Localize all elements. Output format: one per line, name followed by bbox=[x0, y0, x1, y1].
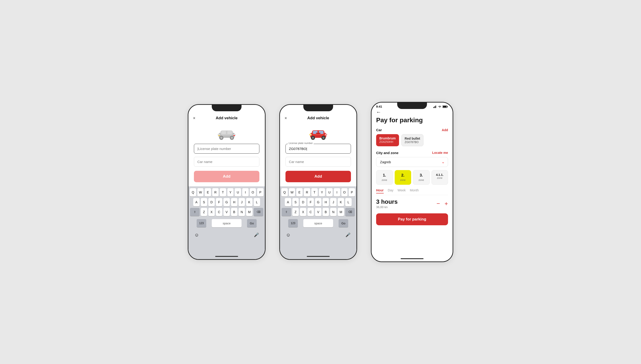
key2-r[interactable]: R bbox=[304, 188, 310, 196]
key2-d[interactable]: D bbox=[300, 198, 306, 206]
add-button-2[interactable]: Add bbox=[286, 171, 351, 182]
key2-q[interactable]: Q bbox=[281, 188, 288, 196]
city-select-wrap: Zagreb Split Rijeka ⌄ bbox=[376, 157, 448, 167]
key-y[interactable]: Y bbox=[227, 188, 234, 196]
tab-hour[interactable]: Hour bbox=[376, 188, 384, 194]
key2-n[interactable]: N bbox=[330, 208, 336, 216]
key-i[interactable]: I bbox=[242, 188, 248, 196]
key-backspace[interactable]: ⌫ bbox=[254, 208, 263, 216]
zone-chip-0[interactable]: 1. zone bbox=[376, 170, 393, 185]
minus-button[interactable]: − bbox=[436, 200, 440, 206]
key2-h[interactable]: H bbox=[322, 198, 329, 206]
key-x[interactable]: X bbox=[208, 208, 215, 216]
key2-e[interactable]: E bbox=[296, 188, 303, 196]
city-select[interactable]: Zagreb Split Rijeka bbox=[376, 157, 448, 167]
key-r[interactable]: R bbox=[212, 188, 219, 196]
key-j[interactable]: J bbox=[238, 198, 245, 206]
key2-space[interactable]: space bbox=[303, 219, 333, 227]
car-name-input-1[interactable] bbox=[194, 157, 260, 167]
mic-icon-1[interactable]: 🎤 bbox=[254, 232, 259, 238]
key-q[interactable]: Q bbox=[190, 188, 196, 196]
key2-i[interactable]: I bbox=[334, 188, 340, 196]
close-icon-2[interactable]: × bbox=[284, 116, 287, 121]
key-h[interactable]: H bbox=[231, 198, 238, 206]
key2-123[interactable]: 123 bbox=[288, 219, 298, 227]
key2-x[interactable]: X bbox=[300, 208, 306, 216]
license-plate-input-2[interactable] bbox=[286, 144, 351, 154]
key2-backspace[interactable]: ⌫ bbox=[345, 208, 355, 216]
key-l[interactable]: L bbox=[254, 198, 260, 206]
key2-v[interactable]: V bbox=[315, 208, 322, 216]
time-tabs: Hour Day Week Month bbox=[376, 188, 448, 195]
key2-j[interactable]: J bbox=[330, 198, 336, 206]
tab-week[interactable]: Week bbox=[398, 188, 406, 194]
key-w[interactable]: W bbox=[197, 188, 204, 196]
zone-chip-1[interactable]: 2. zone bbox=[395, 170, 412, 185]
key-space[interactable]: space bbox=[212, 219, 242, 227]
modal-header-2: × Add vehicle bbox=[280, 113, 356, 122]
plus-button[interactable]: + bbox=[444, 200, 448, 206]
emoji-icon-2[interactable]: ☺ bbox=[286, 232, 290, 238]
key-f[interactable]: F bbox=[216, 198, 222, 206]
key-shift[interactable]: ⇧ bbox=[190, 208, 200, 216]
duration-hours: 3 hours bbox=[376, 198, 398, 205]
license-plate-input-1[interactable] bbox=[194, 144, 260, 154]
car-chip-0[interactable]: Brumbrum ZG6250HH bbox=[376, 134, 399, 146]
key-n[interactable]: N bbox=[238, 208, 245, 216]
key-m[interactable]: M bbox=[246, 208, 252, 216]
key-v[interactable]: V bbox=[224, 208, 230, 216]
key2-p[interactable]: P bbox=[349, 188, 355, 196]
key-t[interactable]: T bbox=[220, 188, 226, 196]
key2-t[interactable]: T bbox=[311, 188, 318, 196]
key2-k[interactable]: K bbox=[338, 198, 344, 206]
key2-u[interactable]: U bbox=[326, 188, 333, 196]
key-e[interactable]: E bbox=[205, 188, 211, 196]
key-g[interactable]: G bbox=[224, 198, 230, 206]
cars-row: Brumbrum ZG6250HH Red bullet ZG0787BO bbox=[376, 134, 448, 146]
city-zone-section: City and zone Locate me Zagreb Split Rij… bbox=[376, 151, 448, 167]
key-p[interactable]: P bbox=[257, 188, 264, 196]
key2-g[interactable]: G bbox=[315, 198, 322, 206]
key-go[interactable]: Go bbox=[247, 219, 257, 227]
car-name-input-2[interactable] bbox=[286, 157, 351, 167]
key-b[interactable]: B bbox=[231, 208, 238, 216]
key2-a[interactable]: A bbox=[285, 198, 291, 206]
key-c[interactable]: C bbox=[216, 208, 222, 216]
key2-c[interactable]: C bbox=[308, 208, 314, 216]
key2-o[interactable]: O bbox=[341, 188, 348, 196]
locate-me-action[interactable]: Locate me bbox=[432, 151, 448, 154]
key2-s[interactable]: S bbox=[292, 198, 299, 206]
zone-chip-2[interactable]: 3. zone bbox=[413, 170, 430, 185]
key-u[interactable]: U bbox=[235, 188, 241, 196]
zones-row: 1. zone 2. zone 3. zone 4.1.1. bbox=[376, 170, 448, 185]
key-s[interactable]: S bbox=[201, 198, 207, 206]
key2-f[interactable]: F bbox=[308, 198, 314, 206]
key-o[interactable]: O bbox=[250, 188, 256, 196]
mic-icon-2[interactable]: 🎤 bbox=[346, 232, 350, 238]
key2-l[interactable]: L bbox=[345, 198, 352, 206]
key2-m[interactable]: M bbox=[338, 208, 344, 216]
key-z[interactable]: Z bbox=[201, 208, 207, 216]
key2-y[interactable]: Y bbox=[319, 188, 325, 196]
back-button[interactable]: ← bbox=[376, 109, 381, 115]
tab-day[interactable]: Day bbox=[388, 188, 394, 194]
key-row-2-3: ⇧ Z X C V B N M ⌫ bbox=[281, 208, 355, 216]
key-k[interactable]: K bbox=[246, 198, 252, 206]
pay-for-parking-button[interactable]: Pay for parking bbox=[376, 213, 448, 225]
emoji-icon-1[interactable]: ☺ bbox=[194, 232, 199, 238]
zone-chip-3[interactable]: 4.1.1. zone bbox=[432, 170, 448, 185]
key2-b[interactable]: B bbox=[322, 208, 329, 216]
key2-w[interactable]: W bbox=[289, 188, 295, 196]
key2-z[interactable]: Z bbox=[292, 208, 299, 216]
car-add-action[interactable]: Add bbox=[442, 128, 448, 132]
tab-month[interactable]: Month bbox=[410, 188, 419, 194]
key-123[interactable]: 123 bbox=[197, 219, 206, 227]
key-a[interactable]: A bbox=[193, 198, 200, 206]
close-icon-1[interactable]: × bbox=[193, 116, 196, 121]
key2-go[interactable]: Go bbox=[338, 219, 348, 227]
car-chip-1[interactable]: Red bullet ZG0787BO bbox=[401, 134, 424, 146]
add-button-1[interactable]: Add bbox=[194, 171, 260, 182]
key2-shift[interactable]: ⇧ bbox=[282, 208, 291, 216]
keyboard-2: Q W E R T Y U I O P A S D bbox=[280, 186, 356, 259]
key-d[interactable]: D bbox=[208, 198, 215, 206]
